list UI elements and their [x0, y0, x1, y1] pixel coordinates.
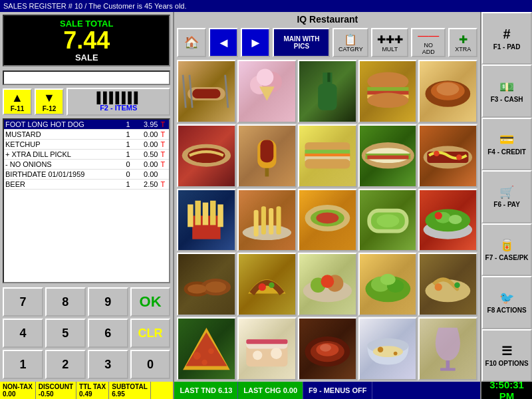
item-price: 3.95	[134, 120, 158, 128]
menu-item-10[interactable]	[418, 124, 477, 188]
menu-item-15[interactable]	[418, 189, 477, 252]
menu-item-6[interactable]	[177, 124, 236, 188]
catgry-icon: 📋	[344, 33, 357, 46]
actions-icon: 🐦	[499, 291, 514, 305]
no-add-button[interactable]: —— NO ADD	[411, 28, 446, 57]
menu-item-label	[420, 61, 476, 122]
menu-item-19[interactable]	[358, 253, 418, 316]
menu-item-25[interactable]	[418, 317, 477, 380]
menu-item-9[interactable]	[358, 124, 418, 188]
menu-item-label	[299, 254, 356, 315]
item-row[interactable]: - NO ONIONS 0 0.00 T	[4, 160, 169, 170]
menu-item-label	[178, 319, 235, 379]
clock-time: 3:50:31 PM	[483, 379, 531, 399]
mult-icon: ✚✚✚	[377, 33, 403, 46]
svg-point-86	[271, 348, 282, 359]
f9-button[interactable]: F9 - MENUS OFF	[303, 382, 372, 399]
numpad-key-3[interactable]: 3	[88, 350, 128, 379]
f10-options-button[interactable]: ☰ F10 OPTIONS	[481, 329, 532, 382]
menu-item-2[interactable]	[237, 60, 297, 123]
ttl-tax-value: 0.49	[79, 390, 106, 398]
svg-rect-39	[188, 204, 194, 227]
item-row[interactable]: + XTRA DILL PICKL 1 0.50 T	[4, 150, 169, 160]
f8-actions-button[interactable]: 🐦 F8 ACTIONS	[481, 276, 532, 329]
non-tax-label: NON-TAX	[3, 383, 33, 390]
svg-point-37	[457, 154, 462, 160]
svg-rect-11	[327, 72, 330, 82]
f1-icon: #	[503, 27, 511, 42]
xtra-label: XTRA	[455, 46, 471, 53]
numpad-key-6[interactable]: 6	[88, 319, 128, 348]
xtra-icon: ✚	[459, 33, 467, 46]
menu-item-20[interactable]	[418, 253, 477, 316]
numpad-key-clr[interactable]: CLR	[130, 319, 171, 348]
numpad-key-8[interactable]: 8	[45, 287, 86, 317]
f8-label: F8 ACTIONS	[487, 307, 527, 314]
menu-item-21[interactable]	[177, 317, 236, 380]
discount-cell: DISCOUNT -0.50	[36, 382, 76, 399]
item-row[interactable]: KETCHUP 1 0.00 T	[4, 140, 169, 150]
active-menu-text: MAIN WITH PICS	[277, 35, 326, 50]
item-row[interactable]: BIRTHDATE 01/01/1959 0 0.00	[4, 170, 169, 180]
menu-item-7[interactable]	[237, 124, 297, 188]
function-buttons: ▲ F-11 ▼ F-12 ▌▌▌▌▌▌▌ F2 - ITEMS	[3, 88, 170, 116]
f7-case-button[interactable]: 🥫 F7 - CASE/PK	[481, 223, 532, 276]
numpad-key-7[interactable]: 7	[3, 287, 43, 317]
menu-item-11[interactable]	[177, 189, 236, 252]
order-number-input[interactable]	[3, 70, 170, 85]
item-name: - NO ONIONS	[5, 160, 121, 168]
menu-item-1[interactable]	[177, 60, 236, 123]
numpad-key-9[interactable]: 9	[88, 287, 128, 317]
item-row[interactable]: FOOT LONG HOT DOG 1 3.95 T	[4, 120, 169, 130]
svg-rect-41	[203, 202, 208, 225]
f1-pad-button[interactable]: # F1 - PAD	[481, 12, 532, 65]
f4-credit-button[interactable]: 💳 F4 - CREDIT	[481, 118, 532, 170]
discount-label: DISCOUNT	[39, 383, 73, 390]
back-button[interactable]: ◄	[209, 28, 238, 57]
menu-item-3[interactable]	[298, 60, 357, 123]
numpad-key-4[interactable]: 4	[3, 319, 43, 348]
menu-item-5[interactable]	[418, 60, 477, 123]
mult-button[interactable]: ✚✚✚ MULT	[371, 28, 408, 57]
item-row[interactable]: MUSTARD 1 0.00 T	[4, 130, 169, 140]
numpad-key-5[interactable]: 5	[45, 319, 86, 348]
f11-button[interactable]: ▲ F-11	[3, 88, 32, 115]
catgry-button[interactable]: 📋 CATGRY	[332, 28, 368, 57]
menu-item-label	[299, 126, 356, 186]
svg-point-79	[194, 352, 201, 360]
f6-pay-button[interactable]: 🛒 F6 - PAY	[481, 170, 532, 223]
xtra-button[interactable]: ✚ XTRA	[448, 28, 477, 57]
menu-item-23[interactable]	[298, 317, 357, 380]
menu-item-8[interactable]	[298, 124, 357, 188]
menu-item-22[interactable]	[237, 317, 297, 380]
home-button[interactable]: 🏠	[177, 28, 206, 57]
menu-item-4[interactable]	[358, 60, 418, 123]
item-row[interactable]: BEER 1 2.50 T	[4, 180, 169, 190]
svg-point-93	[378, 347, 383, 352]
f12-button[interactable]: ▼ F-12	[35, 88, 64, 115]
svg-point-74	[426, 280, 471, 303]
menu-item-24[interactable]	[358, 317, 418, 380]
menu-item-18[interactable]	[298, 253, 357, 316]
numpad-key-0[interactable]: 0	[130, 350, 171, 379]
numpad-key-2[interactable]: 2	[45, 350, 86, 379]
subtotal-value: 6.95	[112, 390, 148, 398]
menu-item-label	[239, 126, 295, 186]
menu-item-17[interactable]	[237, 253, 297, 316]
menu-item-label	[360, 126, 416, 186]
menu-item-12[interactable]	[237, 189, 297, 252]
item-tax	[158, 170, 168, 178]
f2-items-button[interactable]: ▌▌▌▌▌▌▌ F2 - ITEMS	[66, 88, 170, 116]
active-menu-label[interactable]: MAIN WITH PICS	[273, 28, 330, 57]
svg-rect-33	[367, 155, 408, 159]
cash-icon: 💵	[499, 80, 514, 94]
item-qty: 1	[121, 150, 134, 158]
item-tax: T	[158, 160, 168, 168]
f3-cash-button[interactable]: 💵 F3 - CASH	[481, 65, 532, 117]
menu-item-13[interactable]	[298, 189, 357, 252]
menu-item-14[interactable]	[358, 189, 418, 252]
numpad-key-1[interactable]: 1	[3, 350, 43, 379]
numpad-key-ok[interactable]: OK	[130, 287, 171, 317]
forward-button[interactable]: ►	[241, 28, 270, 57]
menu-item-16[interactable]	[177, 253, 236, 316]
